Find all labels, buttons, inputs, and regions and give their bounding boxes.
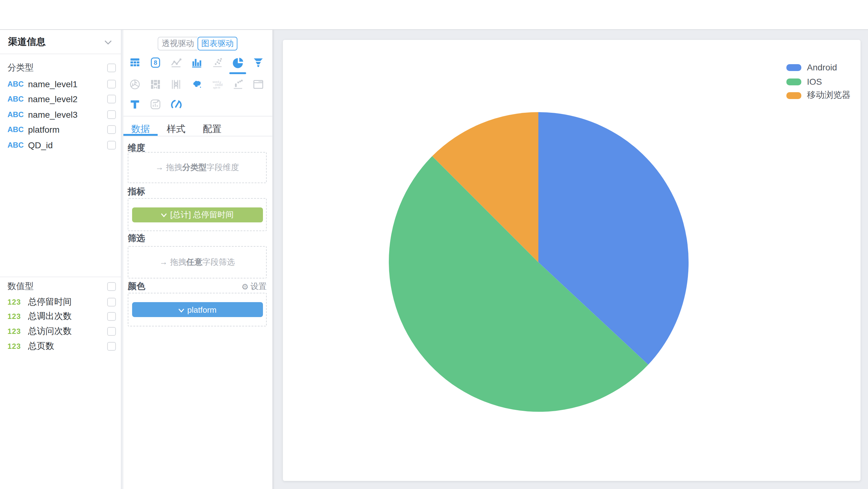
chart-type-sankey-icon[interactable] — [166, 75, 186, 93]
text-field-tag: ABC — [7, 94, 24, 103]
builder-divider — [123, 116, 272, 117]
field-row[interactable]: ABC name_level1 — [0, 78, 121, 89]
legend-label: 移动浏览器 — [807, 90, 850, 101]
field-checkbox[interactable] — [107, 327, 116, 335]
color-label: 颜色 — [128, 282, 145, 292]
chart-type-combo-icon[interactable] — [145, 95, 166, 113]
field-label: name_level1 — [28, 79, 107, 89]
color-pill[interactable]: platform — [132, 302, 262, 317]
metric-dropzone[interactable]: [总计] 总停留时间 — [128, 198, 267, 231]
field-label: 总停留时间 — [28, 296, 107, 307]
chart-type-treemap-dashboard-icon[interactable] — [145, 75, 166, 93]
chart-type-line-icon[interactable] — [166, 54, 186, 72]
filter-dropzone[interactable]: →拖拽任意字段筛选 — [128, 246, 267, 279]
numeric-select-all-checkbox[interactable] — [107, 282, 116, 291]
chart-type-text-icon[interactable] — [125, 95, 145, 113]
svg-text:agile BI: agile BI — [213, 87, 220, 89]
field-row[interactable]: 123 总停留时间 — [0, 296, 121, 307]
svg-text:tag: tag — [219, 82, 221, 85]
chart-type-number-card-icon[interactable]: 8 — [145, 54, 166, 72]
category-section-header: 分类型 — [0, 62, 121, 73]
numeric-section-label: 数值型 — [7, 281, 107, 292]
category-select-all-checkbox[interactable] — [107, 63, 116, 72]
chart-type-web-frame-icon[interactable] — [248, 75, 269, 93]
field-label: 总访问次数 — [28, 325, 107, 337]
field-checkbox[interactable] — [107, 342, 116, 350]
metric-label: 指标 — [128, 187, 145, 197]
legend-item[interactable]: Android — [786, 62, 837, 72]
legend-label: IOS — [807, 77, 822, 87]
legend-swatch — [786, 92, 801, 99]
text-field-tag: ABC — [7, 140, 24, 149]
category-section-label: 分类型 — [7, 62, 107, 73]
color-pill-label: platform — [187, 305, 217, 314]
numeric-field-tag: 123 — [7, 312, 24, 321]
svg-text:8: 8 — [154, 59, 157, 66]
field-label: 总页数 — [28, 340, 107, 352]
legend-swatch — [786, 78, 801, 85]
chevron-down-icon — [161, 210, 167, 219]
field-checkbox[interactable] — [107, 297, 116, 306]
field-row[interactable]: ABC QD_id — [0, 139, 121, 150]
chart-type-funnel-icon[interactable] — [248, 54, 269, 72]
field-row[interactable]: ABC name_level2 — [0, 93, 121, 104]
chevron-down-icon — [178, 305, 184, 314]
metric-pill-label: [总计] 总停留时间 — [170, 209, 234, 220]
mode-tab-pivot[interactable]: 透视驱动 — [158, 37, 197, 51]
panel-divider[interactable] — [121, 30, 123, 489]
tab-style[interactable]: 样式 — [159, 123, 193, 136]
chart-type-word-cloud-icon[interactable]: wordcloudagile BItag — [207, 75, 227, 93]
chart-type-scatter-icon[interactable] — [207, 54, 227, 72]
color-settings-label: 设置 — [250, 281, 267, 292]
field-label: QD_id — [28, 140, 107, 150]
numeric-field-tag: 123 — [7, 297, 24, 306]
drop-arrow-icon: → — [155, 163, 163, 172]
legend-item[interactable]: IOS — [786, 77, 822, 87]
field-label: name_level3 — [28, 109, 107, 119]
filter-placeholder: →拖拽任意字段筛选 — [159, 257, 235, 268]
dataset-name: 渠道信息 — [8, 36, 104, 48]
field-checkbox[interactable] — [107, 79, 116, 88]
field-checkbox[interactable] — [107, 140, 116, 149]
chart-type-radar-icon[interactable] — [125, 75, 145, 93]
chart-type-china-map-icon[interactable] — [186, 75, 207, 93]
legend-swatch — [786, 64, 801, 71]
numeric-field-tag: 123 — [7, 342, 24, 350]
numeric-field-tag: 123 — [7, 327, 24, 335]
legend-label: Android — [807, 62, 837, 72]
legend-item[interactable]: 移动浏览器 — [786, 90, 850, 100]
field-checkbox[interactable] — [107, 110, 116, 119]
field-checkbox[interactable] — [107, 312, 116, 321]
chart-type-table-icon[interactable] — [125, 54, 145, 72]
active-tab-underline — [123, 134, 158, 135]
color-dropzone[interactable]: platform — [128, 293, 267, 326]
field-row[interactable]: 123 总页数 — [0, 341, 121, 351]
mode-tab-chart[interactable]: 图表驱动 — [197, 37, 238, 51]
chart-type-waterfall-icon[interactable] — [227, 75, 248, 93]
sidebar-section-divider — [0, 276, 121, 277]
metric-pill[interactable]: [总计] 总停留时间 — [132, 207, 262, 222]
field-checkbox[interactable] — [107, 125, 116, 134]
text-field-tag: ABC — [7, 110, 24, 119]
dimension-dropzone[interactable]: →拖拽分类型字段维度 — [128, 152, 267, 183]
filter-label: 筛选 — [128, 234, 145, 243]
field-row[interactable]: 123 总访问次数 — [0, 326, 121, 336]
field-checkbox[interactable] — [107, 94, 116, 103]
dimension-placeholder: →拖拽分类型字段维度 — [155, 162, 239, 173]
selected-chart-type-underline — [229, 72, 246, 74]
chart-type-bar-icon[interactable] — [186, 54, 207, 72]
color-settings-button[interactable]: ⚙ 设置 — [236, 282, 267, 292]
tab-config[interactable]: 配置 — [195, 123, 229, 136]
chart-type-pie-icon[interactable] — [227, 54, 248, 72]
field-label: platform — [28, 124, 107, 134]
field-row[interactable]: ABC platform — [0, 124, 121, 135]
dataset-selector[interactable]: 渠道信息 — [0, 30, 121, 54]
text-field-tag: ABC — [7, 125, 24, 134]
field-label: 总调出次数 — [28, 311, 107, 322]
field-row[interactable]: 123 总调出次数 — [0, 311, 121, 321]
pie-chart[interactable] — [376, 100, 701, 424]
text-field-tag: ABC — [7, 79, 24, 88]
field-label: name_level2 — [28, 94, 107, 104]
chart-type-gauge-icon[interactable] — [166, 95, 186, 113]
field-row[interactable]: ABC name_level3 — [0, 109, 121, 120]
